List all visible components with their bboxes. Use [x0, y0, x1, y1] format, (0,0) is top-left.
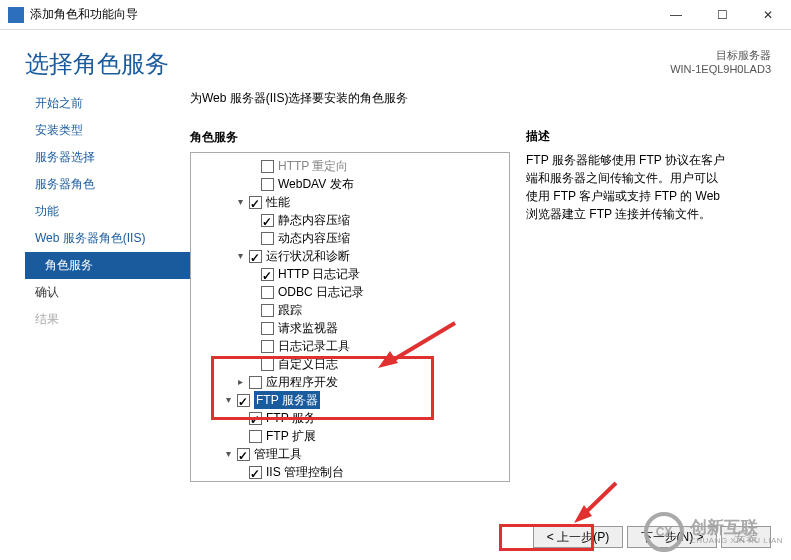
checkbox[interactable]: [261, 358, 274, 371]
app-icon: [8, 7, 24, 23]
svg-marker-3: [574, 505, 592, 523]
nav-server-select[interactable]: 服务器选择: [25, 144, 190, 171]
tree-item-label[interactable]: HTTP 重定向: [278, 157, 348, 175]
expander-icon: [247, 269, 258, 280]
close-button[interactable]: ✕: [745, 0, 791, 30]
tree-item[interactable]: ▸IIS 6 管理兼容性: [191, 481, 509, 482]
expander-icon[interactable]: ▾: [223, 395, 234, 406]
expander-icon: [247, 323, 258, 334]
checkbox[interactable]: [249, 412, 262, 425]
tree-item[interactable]: 跟踪: [191, 301, 509, 319]
previous-button[interactable]: < 上一步(P): [533, 526, 623, 548]
body: 开始之前 安装类型 服务器选择 服务器角色 功能 Web 服务器角色(IIS) …: [0, 90, 791, 482]
tree-item[interactable]: IIS 管理控制台: [191, 463, 509, 481]
nav-confirm[interactable]: 确认: [25, 279, 190, 306]
checkbox[interactable]: [249, 250, 262, 263]
checkbox[interactable]: [261, 268, 274, 281]
description-label: 描述: [526, 128, 726, 145]
tree-item[interactable]: 动态内容压缩: [191, 229, 509, 247]
tree-item-label[interactable]: 动态内容压缩: [278, 229, 350, 247]
checkbox[interactable]: [261, 160, 274, 173]
window-title: 添加角色和功能向导: [30, 6, 653, 23]
tree-item[interactable]: 请求监视器: [191, 319, 509, 337]
tree-item[interactable]: FTP 服务: [191, 409, 509, 427]
checkbox[interactable]: [249, 466, 262, 479]
expander-icon[interactable]: ▾: [223, 449, 234, 460]
expander-icon: [235, 467, 246, 478]
tree-item-label[interactable]: 性能: [266, 193, 290, 211]
svg-line-2: [582, 483, 616, 516]
tree-item-label[interactable]: WebDAV 发布: [278, 175, 354, 193]
minimize-button[interactable]: —: [653, 0, 699, 30]
tree-item[interactable]: FTP 扩展: [191, 427, 509, 445]
expander-icon[interactable]: ▸: [235, 377, 246, 388]
tree-item-label[interactable]: 应用程序开发: [266, 373, 338, 391]
checkbox[interactable]: [237, 448, 250, 461]
tree-item-label[interactable]: FTP 服务: [266, 409, 316, 427]
watermark-text: 创新互联: [690, 519, 783, 537]
tree-item-label[interactable]: 运行状况和诊断: [266, 247, 350, 265]
expander-icon: [247, 179, 258, 190]
checkbox[interactable]: [249, 430, 262, 443]
watermark-icon: CX: [644, 512, 684, 552]
header-row: 选择角色服务 目标服务器 WIN-1EQL9H0LAD3: [0, 30, 791, 90]
checkbox[interactable]: [249, 376, 262, 389]
checkbox[interactable]: [261, 286, 274, 299]
expander-icon: [247, 215, 258, 226]
nav-server-roles[interactable]: 服务器角色: [25, 171, 190, 198]
tree-item[interactable]: WebDAV 发布: [191, 175, 509, 193]
nav-features[interactable]: 功能: [25, 198, 190, 225]
tree-item-label[interactable]: 静态内容压缩: [278, 211, 350, 229]
checkbox[interactable]: [261, 322, 274, 335]
watermark: CX 创新互联 CHUANG XIN HU LIAN: [644, 512, 783, 552]
expander-icon[interactable]: ▾: [235, 251, 246, 262]
tree-item-label[interactable]: HTTP 日志记录: [278, 265, 360, 283]
checkbox[interactable]: [261, 304, 274, 317]
checkbox[interactable]: [261, 340, 274, 353]
role-services-tree[interactable]: HTTP 重定向WebDAV 发布▾性能静态内容压缩动态内容压缩▾运行状况和诊断…: [190, 152, 510, 482]
tree-item[interactable]: HTTP 重定向: [191, 157, 509, 175]
checkbox[interactable]: [237, 394, 250, 407]
checkbox[interactable]: [261, 232, 274, 245]
nav-role-services[interactable]: 角色服务: [25, 252, 190, 279]
tree-item-label[interactable]: ODBC 日志记录: [278, 283, 364, 301]
maximize-button[interactable]: ☐: [699, 0, 745, 30]
tree-item[interactable]: ▾FTP 服务器: [191, 391, 509, 409]
expander-icon[interactable]: ▾: [235, 197, 246, 208]
tree-item-label[interactable]: 日志记录工具: [278, 337, 350, 355]
tree-item-label[interactable]: IIS 管理控制台: [266, 463, 344, 481]
tree-item[interactable]: 静态内容压缩: [191, 211, 509, 229]
tree-item[interactable]: ▾性能: [191, 193, 509, 211]
tree-item[interactable]: ▾运行状况和诊断: [191, 247, 509, 265]
description-text: FTP 服务器能够使用 FTP 协议在客户端和服务器之间传输文件。用户可以使用 …: [526, 151, 726, 223]
expander-icon: [247, 305, 258, 316]
checkbox[interactable]: [261, 214, 274, 227]
tree-item[interactable]: ▸应用程序开发: [191, 373, 509, 391]
roles-label: 角色服务: [190, 129, 510, 146]
nav-before-begin[interactable]: 开始之前: [25, 90, 190, 117]
expander-icon: [247, 287, 258, 298]
tree-item[interactable]: 自定义日志: [191, 355, 509, 373]
tree-item[interactable]: ODBC 日志记录: [191, 283, 509, 301]
tree-item-label[interactable]: FTP 扩展: [266, 427, 316, 445]
expander-icon: [235, 413, 246, 424]
tree-item-label[interactable]: FTP 服务器: [254, 391, 320, 409]
tree-item[interactable]: HTTP 日志记录: [191, 265, 509, 283]
page-heading: 选择角色服务: [25, 48, 670, 80]
checkbox[interactable]: [249, 196, 262, 209]
window-controls: — ☐ ✕: [653, 0, 791, 30]
tree-item-label[interactable]: IIS 6 管理兼容性: [266, 481, 354, 482]
checkbox[interactable]: [261, 178, 274, 191]
tree-item-label[interactable]: 管理工具: [254, 445, 302, 463]
instruction-text: 为Web 服务器(IIS)选择要安装的角色服务: [190, 90, 510, 107]
tree-item[interactable]: 日志记录工具: [191, 337, 509, 355]
tree-item-label[interactable]: 自定义日志: [278, 355, 338, 373]
nav-install-type[interactable]: 安装类型: [25, 117, 190, 144]
expander-icon: [247, 233, 258, 244]
nav-web-server-iis[interactable]: Web 服务器角色(IIS): [25, 225, 190, 252]
tree-item-label[interactable]: 跟踪: [278, 301, 302, 319]
tree-item[interactable]: ▾管理工具: [191, 445, 509, 463]
tree-item-label[interactable]: 请求监视器: [278, 319, 338, 337]
expander-icon: [247, 341, 258, 352]
expander-icon: [247, 359, 258, 370]
